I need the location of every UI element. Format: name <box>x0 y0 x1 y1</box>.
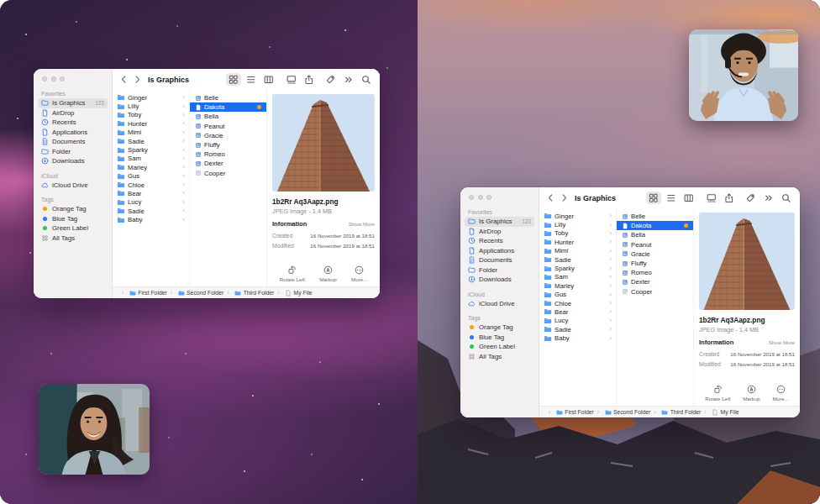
close-button[interactable] <box>42 76 47 81</box>
path-item[interactable]: Third Folder <box>223 290 274 297</box>
zoom-button[interactable] <box>60 76 65 81</box>
minimize-button[interactable] <box>478 195 483 200</box>
markup-button[interactable]: Markup <box>743 385 760 402</box>
file-row[interactable]: Fluffy <box>190 140 266 150</box>
sidebar-item-all-tags[interactable]: All Tags <box>38 234 108 244</box>
file-row[interactable]: Belle <box>190 93 266 102</box>
folder-row[interactable]: Marley <box>539 281 616 290</box>
file-row[interactable]: Fluffy <box>617 259 693 268</box>
folder-row[interactable]: Sparky <box>539 264 616 272</box>
sidebar-item-blue-tag[interactable]: Blue Tag <box>38 214 108 224</box>
file-row[interactable]: Cooper <box>617 287 693 297</box>
sidebar-item-downloads[interactable]: Downloads <box>465 275 534 285</box>
folder-row[interactable]: Lucy <box>539 317 616 325</box>
sidebar-item-is-graphics[interactable]: Is Graphics 123 <box>465 217 534 227</box>
file-row[interactable]: Bella <box>617 230 693 239</box>
sidebar-item-all-tags[interactable]: All Tags <box>465 352 534 362</box>
path-item[interactable]: Third Folder <box>650 409 701 416</box>
sidebar-item-recents[interactable]: Recents <box>465 236 534 246</box>
folder-row[interactable]: Mimi <box>539 247 616 255</box>
show-more-link[interactable]: Show More <box>769 339 795 345</box>
minimize-button[interactable] <box>51 76 56 81</box>
file-row[interactable]: Dakota <box>617 221 693 230</box>
file-row[interactable]: Dexter <box>617 277 693 286</box>
forward-button[interactable] <box>560 193 569 202</box>
rotate-left-button[interactable]: Rotate Left <box>705 385 730 402</box>
share-button[interactable] <box>302 73 317 86</box>
more-toolbar-button[interactable] <box>341 73 356 86</box>
folder-row[interactable]: Toby <box>539 229 616 238</box>
sidebar-item-icloud-drive[interactable]: iCloud Drive <box>465 299 534 309</box>
folder-row[interactable]: Sadie <box>113 137 189 145</box>
folder-row[interactable]: Ginger <box>539 212 616 220</box>
finder-window-right[interactable]: Favorites Is Graphics 123 AirDrop Recent… <box>460 187 800 417</box>
sidebar-item-green-label[interactable]: Green Label <box>465 342 534 352</box>
sidebar-item-green-label[interactable]: Green Label <box>38 223 108 234</box>
folder-row[interactable]: Gus <box>539 291 616 299</box>
grid-view-button[interactable] <box>226 73 241 86</box>
folder-row[interactable]: Sam <box>539 273 616 281</box>
more-button[interactable]: More... <box>351 265 367 282</box>
folder-row[interactable]: Hunter <box>113 119 189 128</box>
folder-row[interactable]: Sam <box>113 155 189 163</box>
folder-row[interactable]: Bear <box>113 189 189 197</box>
folder-row[interactable]: Lilly <box>539 220 616 228</box>
markup-button[interactable]: Markup <box>319 265 337 282</box>
file-row[interactable]: Romeo <box>617 268 693 277</box>
sidebar-item-applications[interactable]: Applications <box>465 246 534 256</box>
folder-row[interactable]: Marley <box>113 163 189 171</box>
list-view-button[interactable] <box>664 192 679 204</box>
path-item[interactable]: My File <box>274 290 312 297</box>
path-item[interactable]: Second Folder <box>594 409 651 416</box>
file-row[interactable]: Dakota <box>190 102 266 112</box>
sidebar-item-icloud-drive[interactable]: iCloud Drive <box>38 181 108 191</box>
more-button[interactable]: More... <box>772 385 788 402</box>
close-button[interactable] <box>469 195 474 200</box>
more-toolbar-button[interactable] <box>761 192 776 204</box>
folder-row[interactable]: Gus <box>113 172 189 181</box>
back-button[interactable] <box>119 75 129 84</box>
sidebar-item-is-graphics[interactable]: Is Graphics 123 <box>38 98 108 108</box>
tag-button[interactable] <box>744 192 759 204</box>
search-button[interactable] <box>779 192 794 204</box>
folder-row[interactable]: Mimi <box>113 129 189 137</box>
sidebar-item-airdrop[interactable]: AirDrop <box>465 227 534 237</box>
file-row[interactable]: Gracie <box>190 131 266 140</box>
sidebar-item-folder[interactable]: Folder <box>465 265 534 276</box>
sidebar-item-airdrop[interactable]: AirDrop <box>38 108 108 118</box>
sidebar-item-orange-tag[interactable]: Orange Tag <box>38 204 108 214</box>
folder-row[interactable]: Lilly <box>113 102 189 110</box>
folder-row[interactable]: Bear <box>539 307 616 316</box>
file-row[interactable]: Belle <box>617 212 693 221</box>
folder-row[interactable]: Lucy <box>113 198 189 207</box>
zoom-button[interactable] <box>486 195 491 200</box>
folder-row[interactable]: Baby <box>539 333 616 342</box>
folder-row[interactable]: Baby <box>113 215 189 223</box>
search-button[interactable] <box>359 73 374 86</box>
folder-row[interactable]: Chloe <box>113 181 189 189</box>
grid-view-button[interactable] <box>646 192 661 204</box>
file-row[interactable]: Peanut <box>190 122 266 131</box>
sidebar-item-applications[interactable]: Applications <box>38 128 108 138</box>
back-button[interactable] <box>546 193 555 202</box>
folder-row[interactable]: Chloe <box>539 299 616 307</box>
remote-video-tile-man-with-headset[interactable] <box>689 29 798 121</box>
sidebar-item-documents[interactable]: Documents <box>38 137 108 147</box>
columns-view-button[interactable] <box>261 73 276 86</box>
path-item[interactable]: First Folder <box>118 290 167 297</box>
show-more-link[interactable]: Show More <box>349 221 375 227</box>
file-row[interactable]: Romeo <box>190 150 266 159</box>
columns-view-button[interactable] <box>681 192 696 204</box>
file-row[interactable]: Peanut <box>617 240 693 249</box>
path-item[interactable]: Second Folder <box>167 290 224 297</box>
forward-button[interactable] <box>133 75 142 84</box>
path-item[interactable]: First Folder <box>545 409 594 416</box>
file-row[interactable]: Bella <box>190 112 266 121</box>
sidebar-item-orange-tag[interactable]: Orange Tag <box>465 323 534 333</box>
folder-row[interactable]: Hunter <box>539 238 616 246</box>
gallery-view-button[interactable] <box>704 192 719 204</box>
path-item[interactable]: My File <box>701 409 739 416</box>
file-row[interactable]: Gracie <box>617 249 693 259</box>
share-button[interactable] <box>722 192 737 204</box>
rotate-left-button[interactable]: Rotate Left <box>280 265 305 282</box>
